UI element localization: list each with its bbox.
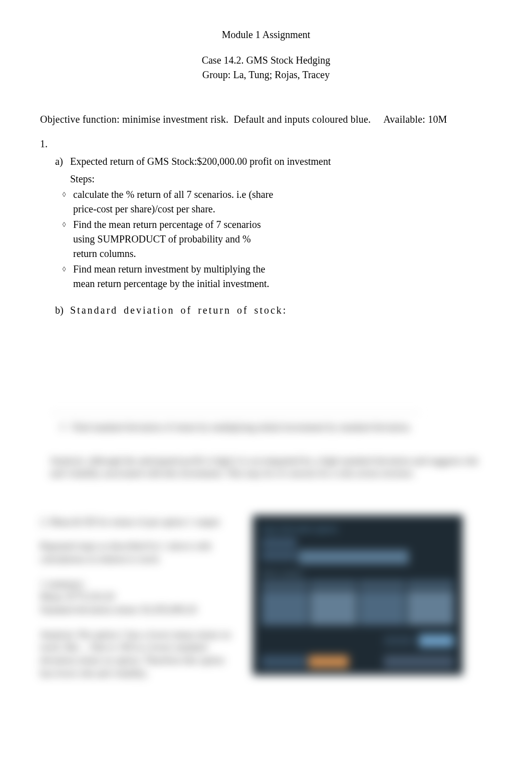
blur-sd-text: Find standard deviation of return by mul… — [72, 422, 412, 432]
ss-data-col — [359, 591, 405, 625]
bullet-1: ◊ calculate the % return of all 7 scenar… — [40, 187, 492, 216]
bullet-3-text: Find mean return investment by multiplyi… — [73, 262, 274, 291]
subtitle-block: Case 14.2. GMS Stock Hedging Group: La, … — [40, 53, 492, 82]
ss-row-2 — [261, 550, 454, 564]
lower-two-column: 2. Mean & SD for return of put option 1 … — [40, 515, 492, 691]
ss-footer-cell — [261, 655, 307, 668]
ss-data-col — [407, 591, 454, 625]
ss-footer-highlight-cell — [309, 655, 349, 668]
question-2-column: 2. Mean & SD for return of put option 1 … — [40, 515, 235, 691]
ss-data-grid — [261, 591, 454, 625]
ss-header-cell — [310, 580, 357, 589]
item-1a-label: a) — [55, 154, 70, 169]
group-line: Group: La, Tung; Rojas, Tracey — [40, 68, 492, 82]
ss-row-1 — [261, 537, 454, 548]
ss-header-cell — [261, 580, 308, 589]
bullet-icon: ◊ — [55, 262, 73, 291]
ss-value-cell — [419, 634, 454, 647]
ss-footer-cell — [384, 655, 454, 668]
q2-mean: Mean: $775,510.20 — [40, 590, 235, 603]
ss-section-label: Return analysis — [261, 569, 454, 578]
objective-line: Objective function: minimise investment … — [40, 112, 492, 127]
steps-label: Steps: — [40, 172, 492, 186]
ss-column-headers — [261, 580, 454, 589]
blur-sd-bullet: ◊ Find standard deviation of return by m… — [40, 420, 492, 434]
bullet-2: ◊ Find the mean return percentage of 7 s… — [40, 217, 492, 261]
bullet-icon: ◊ — [55, 187, 73, 216]
ss-cell — [261, 550, 297, 561]
item-1b-text: Standard deviation of return of stock: — [70, 305, 287, 316]
question-2-title: 2. Mean & SD for return of put option 1 … — [40, 515, 235, 529]
q2-sd: Standard deviation return: $1,935,000.20 — [40, 603, 235, 616]
question-1-number: 1. — [40, 137, 492, 151]
q2-paragraph-1: Repeated steps as described for 1 above … — [40, 540, 235, 565]
ss-header-cell — [407, 580, 454, 589]
divider-line — [50, 413, 421, 413]
spreadsheet-screenshot: Input Information (given) Return analysi… — [252, 515, 463, 675]
blur-analysis-paragraph: Analysis: although the anticipated profi… — [40, 454, 492, 480]
ss-cell — [299, 550, 409, 564]
q2-paragraph-2: Analysis: Put option 1 has a lower mean … — [40, 628, 235, 680]
bullet-1-text: calculate the % return of all 7 scenario… — [73, 187, 274, 216]
item-1b: b)Standard deviation of return of stock: — [40, 303, 492, 318]
ss-cell — [261, 537, 297, 548]
case-line: Case 14.2. GMS Stock Hedging — [40, 53, 492, 68]
bullet-3: ◊ Find mean return investment by multipl… — [40, 262, 492, 291]
ss-mean-label — [384, 636, 414, 646]
item-1a-text: Expected return of GMS Stock:$200,000.00… — [70, 154, 471, 169]
bullet-icon: ◊ — [55, 217, 73, 261]
ss-data-col — [261, 591, 308, 625]
ss-bottom-row — [261, 634, 454, 647]
item-1b-label: b) — [55, 303, 70, 318]
ss-title: Input Information (given) — [261, 524, 454, 534]
bullet-icon: ◊ — [60, 422, 65, 432]
blurred-preview-region: ◊ Find standard deviation of return by m… — [40, 413, 492, 691]
item-1a: a)Expected return of GMS Stock:$200,000.… — [40, 154, 492, 169]
q2-summary-block: 1 summary: Mean: $775,510.20 Standard de… — [40, 578, 235, 616]
bullet-2-text: Find the mean return percentage of 7 sce… — [73, 217, 274, 261]
ss-header-cell — [359, 580, 405, 589]
page-title: Module 1 Assignment — [40, 28, 492, 42]
ss-footer-row — [261, 655, 454, 668]
q2-summary-label: 1 summary: — [40, 578, 235, 591]
ss-data-col — [310, 591, 357, 625]
